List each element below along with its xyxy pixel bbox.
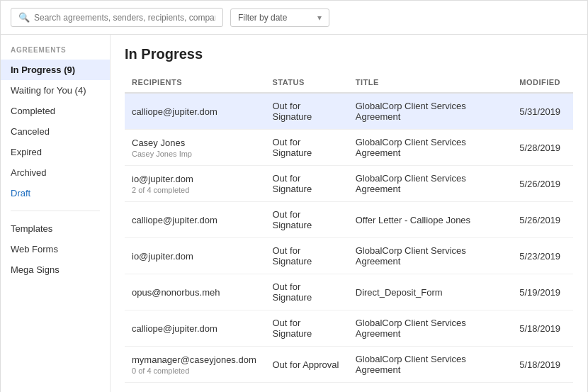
search-icon: 🔍 (18, 12, 30, 23)
cell-status: Out for Signature (266, 383, 349, 393)
cell-status: Out for Signature (266, 93, 349, 130)
cell-title: GlobalCorp Client Services Agreement (349, 166, 513, 202)
cell-modified: 5/26/2019 (512, 166, 573, 202)
table-row[interactable]: io@jupiter.domOut for SignatureGlobalCor… (125, 238, 573, 274)
cell-status: Out for Signature (266, 238, 349, 274)
sidebar-item-draft[interactable]: Draft (1, 183, 110, 203)
table-row[interactable]: opus@nonorbus.mehOut for SignatureDirect… (125, 274, 573, 310)
sidebar-section-label: AGREEMENTS (1, 46, 110, 60)
main-content: In Progress RECIPIENTSSTATUSTITLEMODIFIE… (111, 35, 587, 392)
table-body: calliope@jupiter.domOut for SignatureGlo… (125, 93, 573, 392)
cell-status: Out for Signature (266, 202, 349, 238)
search-input[interactable] (34, 13, 215, 23)
sidebar-item-mega-signs[interactable]: Mega Signs (1, 259, 110, 280)
top-bar: 🔍 Filter by date ▾ (1, 1, 587, 35)
table-header-row: RECIPIENTSSTATUSTITLEMODIFIED (125, 74, 573, 93)
cell-title: Offer Letter - Calliope Jones (349, 202, 513, 238)
table-row[interactable]: calliope@jupiter.dom0 of 3 completedOut … (125, 383, 573, 393)
table-row[interactable]: Casey JonesCasey Jones ImpOut for Signat… (125, 130, 573, 166)
body-layout: AGREEMENTS In Progress (9)Waiting for Yo… (1, 35, 587, 392)
search-box[interactable]: 🔍 (11, 8, 223, 27)
sidebar-item-waiting-for-you[interactable]: Waiting for You (4) (1, 80, 110, 101)
cell-status: Out for Signature (266, 274, 349, 310)
cell-title: GlobalCorp Client Services Agreement (349, 310, 513, 347)
sidebar-nav-2: TemplatesWeb FormsMega Signs (1, 218, 110, 280)
cell-recipient: calliope@jupiter.dom (125, 310, 266, 347)
cell-modified: 5/18/2019 (512, 310, 573, 347)
cell-status: Out for Signature (266, 166, 349, 202)
col-header-modified: MODIFIED (512, 74, 573, 93)
table-row[interactable]: calliope@jupiter.domOut for SignatureOff… (125, 202, 573, 238)
col-header-recipients: RECIPIENTS (125, 74, 266, 93)
cell-modified: 5/26/2019 (512, 202, 573, 238)
filter-label: Filter by date (238, 13, 287, 23)
cell-title: GlobalCorp Client Services Agreement (349, 130, 513, 166)
sidebar-divider (11, 211, 100, 211)
cell-recipient: calliope@jupiter.dom0 of 3 completed (125, 383, 266, 393)
cell-status: Out for Signature (266, 130, 349, 166)
table-row[interactable]: io@jupiter.dom2 of 4 completedOut for Si… (125, 166, 573, 202)
col-header-status: STATUS (266, 74, 349, 93)
cell-status: Out for Approval (266, 347, 349, 383)
cell-title: GlobalCorp Client Services Agreement (349, 347, 513, 383)
sidebar-nav: In Progress (9)Waiting for You (4)Comple… (1, 60, 110, 203)
cell-recipient: Casey JonesCasey Jones Imp (125, 130, 266, 166)
chevron-down-icon: ▾ (317, 13, 322, 23)
sidebar-item-web-forms[interactable]: Web Forms (1, 239, 110, 259)
cell-modified: 5/31/2019 (512, 93, 573, 130)
sidebar: AGREEMENTS In Progress (9)Waiting for Yo… (1, 35, 111, 392)
cell-modified: 5/18/2019 (512, 347, 573, 383)
cell-recipient: opus@nonorbus.meh (125, 274, 266, 310)
cell-recipient: calliope@jupiter.dom (125, 93, 266, 130)
cell-title: GlobalCorp Client Services Agreement (349, 93, 513, 130)
cell-recipient: io@jupiter.dom2 of 4 completed (125, 166, 266, 202)
sidebar-item-completed[interactable]: Completed (1, 101, 110, 121)
sidebar-item-canceled[interactable]: Canceled (1, 121, 110, 142)
table-row[interactable]: calliope@jupiter.domOut for SignatureGlo… (125, 310, 573, 347)
page-title: In Progress (125, 46, 573, 62)
filter-dropdown[interactable]: Filter by date ▾ (230, 9, 329, 27)
cell-modified: 5/28/2019 (512, 130, 573, 166)
sidebar-item-expired[interactable]: Expired (1, 142, 110, 162)
cell-status: Out for Signature (266, 310, 349, 347)
col-header-title: TITLE (349, 74, 513, 93)
sidebar-item-in-progress[interactable]: In Progress (9) (1, 60, 110, 80)
agreements-table: RECIPIENTSSTATUSTITLEMODIFIED calliope@j… (125, 74, 573, 392)
cell-recipient: mymanager@caseyjones.dom0 of 4 completed (125, 347, 266, 383)
cell-recipient: calliope@jupiter.dom (125, 202, 266, 238)
cell-recipient: io@jupiter.dom (125, 238, 266, 274)
sidebar-item-archived[interactable]: Archived (1, 162, 110, 183)
cell-title: GlobalCorp Client Services Agreement (349, 238, 513, 274)
sidebar-item-templates[interactable]: Templates (1, 218, 110, 239)
table-row[interactable]: mymanager@caseyjones.dom0 of 4 completed… (125, 347, 573, 383)
cell-modified: 5/23/2019 (512, 238, 573, 274)
cell-title: New Hire Packet (349, 383, 513, 393)
cell-title: Direct_Deposit_Form (349, 274, 513, 310)
cell-modified: 5/19/2019 (512, 274, 573, 310)
app-container: 🔍 Filter by date ▾ AGREEMENTS In Progres… (0, 0, 588, 392)
cell-modified: 5/10/2019 (512, 383, 573, 393)
table-row[interactable]: calliope@jupiter.domOut for SignatureGlo… (125, 93, 573, 130)
